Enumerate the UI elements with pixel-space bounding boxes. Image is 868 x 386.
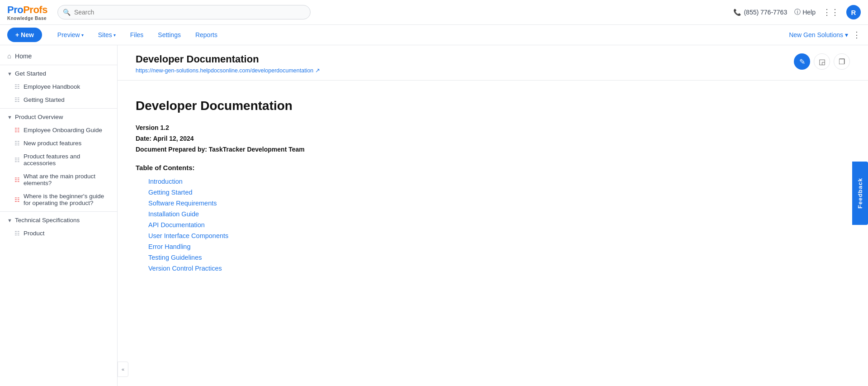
section-label: Get Started bbox=[15, 70, 46, 77]
sidebar: ⌂ Home ▼ Get Started ☷ Employee Handbook… bbox=[0, 45, 118, 386]
sidebar-collapse-button[interactable]: « bbox=[118, 362, 128, 377]
sidebar-item-beginners-guide[interactable]: ☷ Where is the beginner's guide for oper… bbox=[0, 190, 117, 210]
sidebar-item-home[interactable]: ⌂ Home bbox=[0, 49, 117, 63]
item-label: What are the main product elements? bbox=[24, 173, 110, 186]
doc-prepared-by: Document Prepared by: TaskTracker Develo… bbox=[136, 146, 850, 153]
document-icon: ☷ bbox=[14, 96, 20, 103]
top-right-actions: 📞 (855) 776-7763 ⓘ Help ⋮⋮ R bbox=[733, 5, 861, 19]
item-label: Employee Handbook bbox=[24, 83, 80, 90]
nav-preview[interactable]: Preview ▾ bbox=[51, 29, 90, 41]
search-input[interactable] bbox=[57, 5, 311, 19]
phone-number: (855) 776-7763 bbox=[744, 9, 787, 16]
sidebar-item-product[interactable]: ☷ Product bbox=[0, 227, 117, 240]
toc-link-7[interactable]: Error Handling bbox=[148, 243, 191, 250]
url-text: https://new-gen-solutions.helpdocsonline… bbox=[136, 67, 313, 74]
chevron-left-icon: « bbox=[122, 367, 124, 372]
document-icon: ☷ bbox=[14, 176, 20, 183]
help-link[interactable]: ⓘ Help bbox=[794, 8, 816, 16]
phone-icon: 📞 bbox=[733, 9, 741, 16]
toc-item-2[interactable]: Getting Started bbox=[148, 187, 850, 198]
sidebar-item-employee-onboarding[interactable]: ☷ Employee Onboarding Guide bbox=[0, 124, 117, 137]
logo-text: ProProfs bbox=[7, 4, 47, 16]
item-label: Where is the beginner's guide for operat… bbox=[24, 193, 110, 206]
toc-item-4[interactable]: Installation Guide bbox=[148, 209, 850, 219]
history-button[interactable]: ◲ bbox=[814, 53, 830, 70]
help-circle-icon: ⓘ bbox=[794, 8, 801, 16]
content-body: Developer Documentation Version 1.2 Date… bbox=[118, 81, 868, 292]
chevron-down-icon: ▼ bbox=[7, 71, 12, 76]
chevron-down-icon: ▾ bbox=[845, 31, 848, 38]
prepared-by-text: Document Prepared by: TaskTracker Develo… bbox=[136, 146, 305, 153]
document-icon: ☷ bbox=[14, 157, 20, 163]
sidebar-section-technical-specs[interactable]: ▼ Technical Specifications bbox=[0, 214, 117, 227]
section-label: Product Overview bbox=[15, 114, 63, 120]
doc-version: Version 1.2 bbox=[136, 124, 850, 131]
nav-reports[interactable]: Reports bbox=[189, 29, 224, 41]
site-name-label: New Gen Solutions bbox=[789, 31, 843, 38]
item-label: Product bbox=[24, 230, 45, 237]
version-text: Version 1.2 bbox=[136, 124, 169, 131]
content-area: Developer Documentation https://new-gen-… bbox=[118, 45, 868, 386]
sidebar-item-getting-started[interactable]: ☷ Getting Started bbox=[0, 93, 117, 106]
toc-item-6[interactable]: User Interface Components bbox=[148, 230, 850, 241]
logo-subtitle: Knowledge Base bbox=[7, 16, 47, 21]
toc-link-1[interactable]: Introduction bbox=[148, 178, 183, 185]
date-text: Date: April 12, 2024 bbox=[136, 135, 194, 142]
section-label: Technical Specifications bbox=[15, 217, 80, 224]
toc-item-3[interactable]: Software Requirements bbox=[148, 198, 850, 209]
toc-item-5[interactable]: API Documentation bbox=[148, 219, 850, 230]
content-url[interactable]: https://new-gen-solutions.helpdocsonline… bbox=[136, 67, 320, 74]
page-title: Developer Documentation bbox=[136, 53, 320, 65]
content-header-actions: ✎ ◲ ❐ bbox=[794, 53, 850, 70]
expand-button[interactable]: ❐ bbox=[834, 53, 850, 70]
toc-item-7[interactable]: Error Handling bbox=[148, 241, 850, 252]
toc-link-4[interactable]: Installation Guide bbox=[148, 210, 199, 218]
toc-link-8[interactable]: Testing Guidelines bbox=[148, 254, 202, 261]
nav-right: New Gen Solutions ▾ ⋮ bbox=[789, 30, 861, 40]
toc-link-5[interactable]: API Documentation bbox=[148, 221, 205, 229]
top-bar: ProProfs Knowledge Base 🔍 📞 (855) 776-77… bbox=[0, 0, 868, 25]
chevron-down-icon: ▼ bbox=[7, 218, 12, 223]
more-options-icon[interactable]: ⋮ bbox=[853, 30, 861, 40]
main-layout: ⌂ Home ▼ Get Started ☷ Employee Handbook… bbox=[0, 45, 868, 386]
avatar[interactable]: R bbox=[846, 5, 861, 19]
nav-files[interactable]: Files bbox=[124, 29, 150, 41]
toc-item-9[interactable]: Version Control Practices bbox=[148, 263, 850, 274]
document-icon: ☷ bbox=[14, 127, 20, 133]
sidebar-section-product-overview[interactable]: ▼ Product Overview bbox=[0, 110, 117, 124]
sidebar-section-get-started[interactable]: ▼ Get Started bbox=[0, 67, 117, 80]
item-label: Product features and accessories bbox=[24, 153, 110, 167]
toc-item-1[interactable]: Introduction bbox=[148, 176, 850, 187]
sidebar-item-main-product-elements[interactable]: ☷ What are the main product elements? bbox=[0, 170, 117, 190]
item-label: Getting Started bbox=[24, 96, 65, 103]
document-icon: ☷ bbox=[14, 140, 20, 147]
chevron-down-icon: ▾ bbox=[113, 33, 116, 38]
search-icon: 🔍 bbox=[63, 9, 71, 16]
home-icon: ⌂ bbox=[7, 52, 11, 60]
item-label: Employee Onboarding Guide bbox=[24, 127, 102, 133]
edit-button[interactable]: ✎ bbox=[794, 53, 810, 70]
toc-title: Table of Contents: bbox=[136, 164, 850, 172]
document-icon: ☷ bbox=[14, 83, 20, 90]
sidebar-item-product-features-accessories[interactable]: ☷ Product features and accessories bbox=[0, 150, 117, 170]
nav-sites[interactable]: Sites ▾ bbox=[92, 29, 122, 41]
toc-link-3[interactable]: Software Requirements bbox=[148, 200, 217, 207]
site-name[interactable]: New Gen Solutions ▾ bbox=[789, 31, 848, 38]
new-button[interactable]: + New bbox=[7, 28, 42, 42]
document-icon: ☷ bbox=[14, 196, 20, 203]
toc-link-9[interactable]: Version Control Practices bbox=[148, 265, 222, 272]
toc-item-8[interactable]: Testing Guidelines bbox=[148, 252, 850, 263]
sidebar-item-employee-handbook[interactable]: ☷ Employee Handbook bbox=[0, 80, 117, 93]
phone-link[interactable]: 📞 (855) 776-7763 bbox=[733, 9, 787, 16]
nav-settings[interactable]: Settings bbox=[151, 29, 187, 41]
help-label: Help bbox=[802, 9, 816, 16]
item-label: New product features bbox=[24, 140, 81, 147]
feedback-button[interactable]: Feedback bbox=[852, 162, 868, 225]
grid-icon[interactable]: ⋮⋮ bbox=[823, 7, 839, 17]
toc-link-6[interactable]: User Interface Components bbox=[148, 232, 228, 239]
sidebar-item-new-product-features[interactable]: ☷ New product features bbox=[0, 137, 117, 150]
doc-date: Date: April 12, 2024 bbox=[136, 135, 850, 142]
logo[interactable]: ProProfs Knowledge Base bbox=[7, 4, 47, 21]
toc-link-2[interactable]: Getting Started bbox=[148, 189, 193, 196]
doc-title: Developer Documentation bbox=[136, 99, 850, 113]
